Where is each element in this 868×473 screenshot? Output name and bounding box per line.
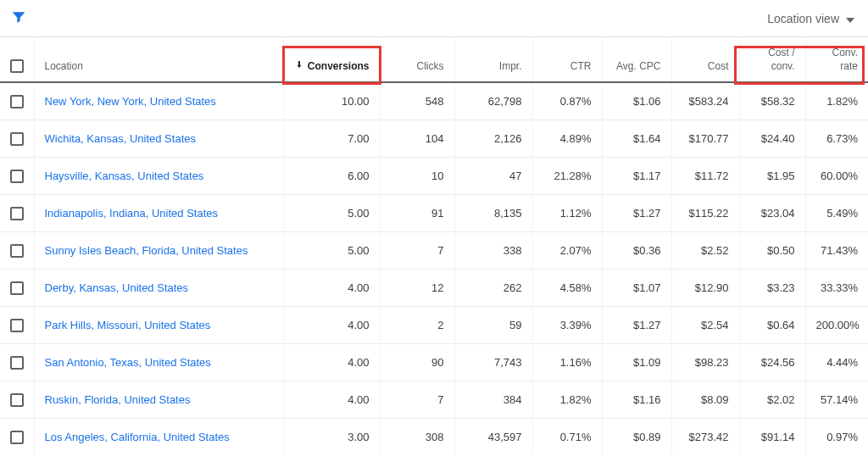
column-conversions[interactable]: Conversions <box>283 37 380 82</box>
select-all-checkbox[interactable] <box>10 59 24 73</box>
cell-clicks: 104 <box>380 120 454 157</box>
cell-conv-rate: 1.82% <box>805 82 868 120</box>
table-row: Haysville, Kansas, United States6.001047… <box>0 157 868 194</box>
locations-table: Location Conversions Clicks Impr. CTR Av… <box>0 37 868 455</box>
row-checkbox[interactable] <box>10 319 24 332</box>
cell-conv-rate: 6.73% <box>805 120 868 157</box>
page-root: Location view Location <box>0 0 868 455</box>
view-selector-label: Location view <box>767 12 839 25</box>
cell-avg-cpc: $1.27 <box>602 306 671 343</box>
cell-impr: 59 <box>454 306 532 343</box>
row-select-cell <box>0 194 34 231</box>
cell-conv-rate: 57.14% <box>805 381 868 418</box>
cell-conv-rate: 200.00% <box>805 306 868 343</box>
caret-down-icon <box>846 12 854 25</box>
location-link[interactable]: Haysville, Kansas, United States <box>45 170 204 182</box>
row-select-cell <box>0 82 34 120</box>
cell-avg-cpc: $1.16 <box>602 381 671 418</box>
column-avg-cpc[interactable]: Avg. CPC <box>602 37 671 82</box>
table-row: Park Hills, Missouri, United States4.002… <box>0 306 868 343</box>
cell-clicks: 7 <box>380 381 454 418</box>
column-cost[interactable]: Cost <box>671 37 739 82</box>
cell-cost-per-conv: $24.40 <box>739 120 805 157</box>
cell-cost: $98.23 <box>671 343 739 381</box>
cell-conversions: 7.00 <box>283 120 380 157</box>
cell-cost: $11.72 <box>671 157 739 194</box>
row-checkbox[interactable] <box>10 356 24 370</box>
cell-ctr: 4.89% <box>532 120 602 157</box>
cell-impr: 43,597 <box>454 418 532 455</box>
row-select-cell <box>0 269 34 306</box>
cell-ctr: 2.07% <box>532 231 602 269</box>
cell-cost-per-conv: $58.32 <box>739 82 805 120</box>
cell-cost: $12.90 <box>671 269 739 306</box>
cell-avg-cpc: $1.17 <box>602 157 671 194</box>
cell-conv-rate: 4.44% <box>805 343 868 381</box>
cell-cost-per-conv: $0.64 <box>739 306 805 343</box>
cell-clicks: 10 <box>380 157 454 194</box>
location-link[interactable]: Wichita, Kansas, United States <box>45 132 196 145</box>
row-checkbox[interactable] <box>10 431 24 444</box>
cell-location: Wichita, Kansas, United States <box>34 120 283 157</box>
cell-cost: $170.77 <box>671 120 739 157</box>
row-checkbox[interactable] <box>10 132 24 146</box>
cell-location: Derby, Kansas, United States <box>34 269 283 306</box>
cell-cost: $2.52 <box>671 231 739 269</box>
cell-avg-cpc: $1.07 <box>602 269 671 306</box>
row-checkbox[interactable] <box>10 95 24 109</box>
column-ctr[interactable]: CTR <box>532 37 602 82</box>
cell-location: San Antonio, Texas, United States <box>34 343 283 381</box>
cell-ctr: 1.16% <box>532 343 602 381</box>
cell-cost-per-conv: $24.56 <box>739 343 805 381</box>
column-conversions-label: Conversions <box>308 59 370 73</box>
cell-clicks: 12 <box>380 269 454 306</box>
table-row: Sunny Isles Beach, Florida, United State… <box>0 231 868 269</box>
location-link[interactable]: San Antonio, Texas, United States <box>45 356 211 369</box>
cell-ctr: 1.12% <box>532 194 602 231</box>
row-checkbox[interactable] <box>10 207 24 220</box>
cell-location: Sunny Isles Beach, Florida, United State… <box>34 231 283 269</box>
cell-impr: 8,135 <box>454 194 532 231</box>
cell-conv-rate: 5.49% <box>805 194 868 231</box>
cell-clicks: 7 <box>380 231 454 269</box>
select-all-header <box>0 37 34 82</box>
cell-location: New York, New York, United States <box>34 82 283 120</box>
row-select-cell <box>0 157 34 194</box>
location-link[interactable]: Park Hills, Missouri, United States <box>45 319 211 331</box>
cell-cost-per-conv: $3.23 <box>739 269 805 306</box>
row-checkbox[interactable] <box>10 281 24 295</box>
location-link[interactable]: Derby, Kansas, United States <box>45 281 189 294</box>
location-link[interactable]: New York, New York, United States <box>45 95 216 108</box>
column-location[interactable]: Location <box>34 37 283 82</box>
row-checkbox[interactable] <box>10 244 24 258</box>
location-link[interactable]: Ruskin, Florida, United States <box>45 393 191 406</box>
cell-cost-per-conv: $2.02 <box>739 381 805 418</box>
cell-cost: $273.42 <box>671 418 739 455</box>
column-conv-rate[interactable]: Conv. rate <box>805 37 868 82</box>
cell-ctr: 3.39% <box>532 306 602 343</box>
filter-icon[interactable] <box>10 8 27 28</box>
cell-avg-cpc: $1.27 <box>602 194 671 231</box>
view-selector[interactable]: Location view <box>767 12 854 25</box>
column-cost-per-conv[interactable]: Cost / conv. <box>739 37 805 82</box>
column-clicks[interactable]: Clicks <box>380 37 454 82</box>
cell-conversions: 4.00 <box>283 269 380 306</box>
cell-cost: $115.22 <box>671 194 739 231</box>
column-impr[interactable]: Impr. <box>454 37 532 82</box>
location-link[interactable]: Los Angeles, California, United States <box>45 431 230 443</box>
cell-impr: 384 <box>454 381 532 418</box>
cell-ctr: 1.82% <box>532 381 602 418</box>
cell-conversions: 10.00 <box>283 82 380 120</box>
row-checkbox[interactable] <box>10 170 24 183</box>
location-link[interactable]: Indianapolis, Indiana, United States <box>45 207 219 220</box>
cell-clicks: 91 <box>380 194 454 231</box>
table-row: Indianapolis, Indiana, United States5.00… <box>0 194 868 231</box>
row-select-cell <box>0 120 34 157</box>
cell-location: Haysville, Kansas, United States <box>34 157 283 194</box>
row-checkbox[interactable] <box>10 393 24 407</box>
location-link[interactable]: Sunny Isles Beach, Florida, United State… <box>45 244 248 257</box>
cell-conversions: 6.00 <box>283 157 380 194</box>
cell-location: Indianapolis, Indiana, United States <box>34 194 283 231</box>
table-row: Ruskin, Florida, United States4.0073841.… <box>0 381 868 418</box>
cell-cost: $8.09 <box>671 381 739 418</box>
